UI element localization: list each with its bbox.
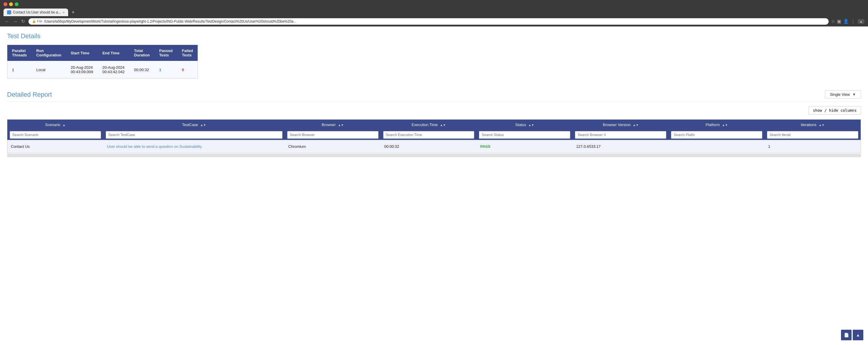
sort-icon-execution-time: ▲▼ [440,123,446,127]
horizontal-scrollbar[interactable] [7,154,861,157]
cell-total-duration: 00:00:32 [129,61,154,79]
search-execution-time-input[interactable] [383,131,474,139]
search-testcase-input[interactable] [106,131,282,139]
sort-icon-iterations: ▲▼ [819,123,825,127]
traffic-lights [3,2,19,6]
sort-icon-browser: ▲▼ [338,123,344,127]
cell-scenario: Contact Us [7,140,103,153]
menu-icon[interactable]: ⋮ [851,19,856,24]
col-failed-tests: Failed Tests [177,45,198,61]
show-hide-columns-button[interactable]: show / hide columns [808,106,861,115]
view-selector-label: Single View [830,92,850,97]
back-button[interactable]: ← [3,18,10,25]
sort-icon-scenario: ▲ [63,123,65,127]
page-content: Test Details ParallelThreads Run Configu… [0,26,868,163]
reload-button[interactable]: ↻ [20,18,26,25]
col-header-browser: Browser ▲▼ [285,120,381,130]
search-scenario-input[interactable] [10,131,101,139]
col-header-status: Status ▲▼ [476,120,572,130]
report-table-wrapper: Scenario ▲ TestCase ▲▼ Browser ▲▼ Execut… [7,119,861,153]
sort-icon-browser-version: ▲▼ [633,123,639,127]
col-run-configuration: Run Configuration [32,45,66,61]
cell-iterations: 1 [765,140,861,153]
tab-close-icon[interactable]: × [63,10,64,14]
search-iterations-input[interactable] [767,131,858,139]
cell-parallel-threads: 1 [7,61,32,79]
tab-title: Contact Us:User should be a... [13,10,61,15]
cell-browser: Chromium [285,140,381,153]
col-header-browser-version: Browser Version ▲▼ [572,120,669,130]
col-start-time: Start Time [66,45,98,61]
search-cell-browser-version [572,130,669,140]
tab-favicon [7,10,11,15]
chevron-down-icon: ▼ [852,92,856,97]
browser-chrome: Contact Us:User should be a... × + ← → ↻… [0,0,868,26]
test-details-table: ParallelThreads Run Configuration Start … [7,45,198,79]
sort-icon-testcase: ▲▼ [200,123,206,127]
cell-start-time: 20-Aug-202400:43:09.009 [66,61,98,79]
lock-icon: 🔒 File [32,20,42,23]
col-total-duration: Total Duration [129,45,154,61]
search-cell-browser [285,130,381,140]
search-cell-testcase [103,130,285,140]
cell-run-configuration: Local [32,61,66,79]
sort-icon-status: ▲▼ [528,123,534,127]
cell-testcase: User should be able to send a question o… [103,140,285,153]
forward-button[interactable]: → [12,18,19,25]
cell-execution-time: 00:00:32 [381,140,477,153]
col-header-iterations: Iterations ▲▼ [765,120,861,130]
search-cell-iterations [765,130,861,140]
search-cell-execution-time [381,130,477,140]
col-parallel-threads: ParallelThreads [7,45,32,61]
profile-icon[interactable]: 👤 [843,19,849,24]
detailed-report-title: Detailed Report [7,91,52,98]
browser-expand-button[interactable]: ▲ [858,19,865,24]
status-badge: PASS [480,144,490,149]
search-status-input[interactable] [479,131,570,139]
tab-bar: Contact Us:User should be a... × + [0,8,868,16]
col-end-time: End Time [98,45,129,61]
view-selector[interactable]: Single View ▼ [825,90,861,99]
bookmark-icon[interactable]: ☆ [831,19,835,24]
url-text: /Users/la56qs/MyDevelopmentWork/Tutorial… [44,20,825,24]
url-bar[interactable]: 🔒 File /Users/la56qs/MyDevelopmentWork/T… [29,18,829,25]
address-bar: ← → ↻ 🔒 File /Users/la56qs/MyDevelopment… [0,16,868,26]
detailed-report-header: Detailed Report Single View ▼ [7,90,861,102]
browser-tab[interactable]: Contact Us:User should be a... × [3,8,68,16]
search-browser-input[interactable] [287,131,378,139]
test-details-title: Test Details [7,32,861,40]
col-passed-tests: Passed Tests [154,45,177,61]
col-header-execution-time: Execution Time ▲▼ [381,120,477,130]
report-table-header-row: Scenario ▲ TestCase ▲▼ Browser ▲▼ Execut… [7,120,861,130]
search-browser-version-input[interactable] [575,131,666,139]
cell-browser-version: 127.0.6533.17 [572,140,669,153]
sort-icon-platform: ▲▼ [722,123,728,127]
search-platform-input[interactable] [671,131,762,139]
col-header-testcase: TestCase ▲▼ [103,120,285,130]
search-cell-status [476,130,572,140]
test-details-row: 1 Local 20-Aug-202400:43:09.009 20-Aug-2… [7,61,198,79]
search-cell-scenario [7,130,103,140]
col-header-scenario: Scenario ▲ [7,120,103,130]
close-button[interactable] [3,2,7,6]
cell-passed-tests: 1 [154,61,177,79]
cell-failed-tests: 0 [177,61,198,79]
report-table: Scenario ▲ TestCase ▲▼ Browser ▲▼ Execut… [7,120,861,153]
cell-end-time: 20-Aug-202400:43:42.042 [98,61,129,79]
col-header-platform: Platform ▲▼ [669,120,765,130]
cell-platform [669,140,765,153]
testcase-link[interactable]: User should be able to send a question o… [107,144,202,149]
extensions-icon[interactable]: ▣ [837,19,841,24]
table-row: Contact Us User should be able to send a… [7,140,861,153]
search-cell-platform [669,130,765,140]
maximize-button[interactable] [15,2,19,6]
report-table-search-row [7,130,861,140]
new-tab-button[interactable]: + [69,9,77,16]
minimize-button[interactable] [9,2,13,6]
cell-status: PASS [476,140,572,153]
show-hide-container: show / hide columns [7,106,861,117]
